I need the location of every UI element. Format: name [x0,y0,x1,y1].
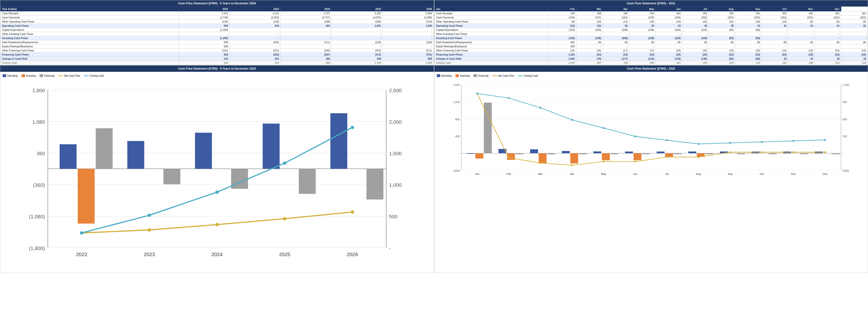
col-header-5: Jun [656,7,682,11]
legend-label: Investing [26,74,36,77]
svg-text:Jul: Jul [665,172,669,175]
cell-value: - [229,36,281,40]
legend-label: Financing [478,74,488,77]
col-header-7: Aug [709,7,735,11]
cell-value: (83) [709,36,735,40]
cell-value: 5,884 [383,11,434,15]
cell-value: (125) [549,28,576,32]
cell-value: - [709,44,735,48]
cell-value: - [332,32,383,36]
row-label: Operating Cash Flows [434,24,549,28]
right-chart-svg: (400)-4008001,2001,600(300)-3006009001,2… [437,78,866,183]
cell-value: (66) [735,57,762,61]
svg-text:400: 400 [455,135,460,138]
legend-color [84,75,89,76]
cell-value: (238) [603,28,629,32]
svg-text:(360): (360) [33,182,45,188]
cell-value: - [815,44,841,48]
svg-text:(1,800): (1,800) [29,246,45,251]
cell-value: 967 [576,61,603,65]
svg-text:2,000: 2,000 [389,119,402,125]
svg-text:Nov: Nov [791,172,796,175]
svg-text:2024: 2024 [211,252,223,257]
cell-value: (346) [281,48,332,53]
svg-rect-116 [832,153,840,154]
cell-value: - [179,32,229,36]
svg-rect-92 [642,153,650,154]
cell-value: - [656,44,682,48]
cell-value: - [735,44,762,48]
svg-rect-76 [516,153,523,154]
table-row: Equity Raisings/(Buybacks)500----------- [434,44,868,48]
cell-value: (252) [788,15,815,20]
col-header-9: Oct [762,7,788,11]
col-header-0: Year Ending [0,7,179,11]
table-row: Operating Cash Flows5596348231,0311,266 [0,24,434,28]
svg-point-139 [761,141,763,143]
svg-rect-95 [665,153,673,157]
svg-text:2025: 2025 [279,252,290,257]
legend-item: Closing Cash [518,74,538,77]
svg-text:600: 600 [842,118,847,121]
right-table-section: Cash Flow Statement ($'000) - 2022 JanFe… [434,0,868,65]
cell-value: (13) [549,24,576,28]
cell-value: (66) [709,57,735,61]
cell-value: - [709,32,735,36]
cell-value: (1,250) [179,28,229,32]
cell-value: (701) [383,53,434,57]
cell-value: (238) [603,36,629,40]
row-label: Cash Payments [434,15,549,20]
legend-color [518,75,523,76]
cell-value: 3,423 [179,11,229,15]
row-label: Other Financing Cash Flows [434,48,549,53]
cell-value: (146) [682,57,709,61]
cell-value: 302 [709,11,735,15]
table-row: Investing Cash Flows(1,250)---- [0,36,434,40]
svg-text:2,500: 2,500 [389,88,402,93]
cell-value: - [383,44,434,48]
table-row: Cash Payments(149)(157)(192)(239)(249)(2… [434,15,868,20]
cell-value: (17) [603,48,629,53]
cell-value: - [656,32,682,36]
cell-value: 40 [682,24,709,28]
svg-text:2023: 2023 [144,252,155,257]
cell-value: 4,707 [281,11,332,15]
cell-value: (252) [735,15,762,20]
cell-value: 692 [549,40,576,44]
cell-value: 605 [179,40,229,44]
svg-text:(400): (400) [453,169,460,172]
legend-item: Closing Cash [84,74,104,77]
svg-rect-23 [127,141,144,169]
cell-value: (8) [629,40,656,44]
row-label: Equity Raisings/(Buybacks) [434,44,549,48]
col-header-11: Dec [815,7,841,11]
cell-value: - [281,28,332,32]
legend-color [58,75,63,76]
cell-value: (157) [576,15,603,20]
svg-rect-96 [674,153,682,154]
cell-value: (181) [179,48,229,53]
cell-value: (155) [576,36,603,40]
cell-value: (252) [682,15,709,20]
cell-value: - [762,28,788,32]
cell-value: 281 [229,57,281,61]
cell-value: 296 [603,11,629,15]
legend-label: Closing Cash [90,74,104,77]
cell-value: - [383,36,434,40]
cell-value: 41 [788,24,815,28]
cell-value: - [788,36,815,40]
legend-item: Net Cash Flow [492,74,514,77]
cell-value: 459 [332,57,383,61]
row-label: Cash Receipts [0,11,179,15]
svg-point-125 [698,156,700,158]
table-row: Closing Cash1,04596779658544129522916318… [434,61,868,65]
row-label: Cash Receipts [434,11,549,15]
svg-point-128 [793,151,795,153]
row-label: Capital Expenditure [0,28,179,32]
cell-value: 302 [735,11,762,15]
cell-value: 559 [179,24,229,28]
cell-value: - [603,44,629,48]
cell-value: (252) [762,15,788,20]
row-label: Capital Expenditure [434,28,549,32]
cell-value: (17) [629,48,656,53]
